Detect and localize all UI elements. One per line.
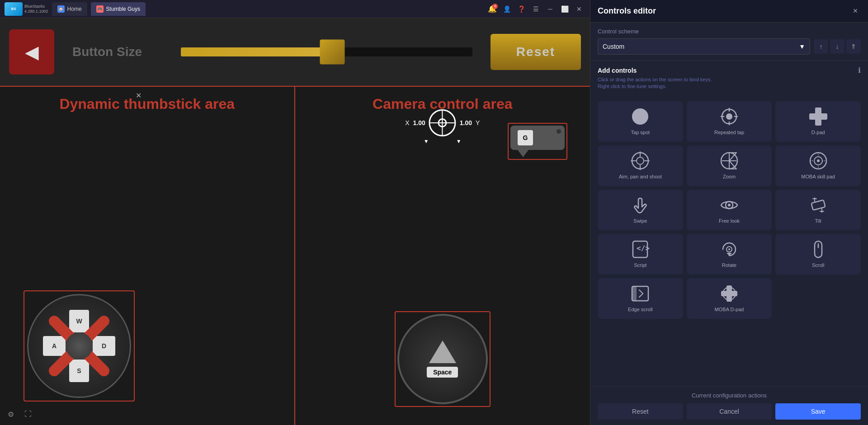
scheme-upload-button[interactable]: ↑ <box>814 39 828 54</box>
space-key-container: Space <box>427 341 458 378</box>
panel-footer: Current configuration actions Reset Canc… <box>590 386 868 425</box>
footer-title: Current configuration actions <box>598 392 861 399</box>
minimize-button[interactable]: ─ <box>544 3 557 15</box>
close-button[interactable]: ✕ <box>573 3 585 15</box>
restore-button[interactable]: ⬜ <box>558 3 571 15</box>
control-scheme-label: Control scheme <box>598 28 861 35</box>
add-controls-header: Add controls ℹ <box>598 66 861 75</box>
panel-close-button[interactable]: × <box>850 6 861 17</box>
g-button-inner: G <box>510 126 565 150</box>
control-script[interactable]: </> Script <box>598 234 683 275</box>
control-tilt[interactable]: Tilt <box>775 190 861 230</box>
moba-dpad-svg <box>719 284 739 304</box>
svg-point-3 <box>726 113 732 120</box>
aim-pan-shoot-icon <box>630 151 650 171</box>
scheme-download-button[interactable]: ↓ <box>830 39 844 54</box>
tilt-icon <box>808 195 828 215</box>
svg-line-42 <box>639 290 643 294</box>
expand-icon[interactable]: ⛶ <box>22 408 34 420</box>
settings-icon[interactable]: ⚙ <box>5 408 17 420</box>
add-controls-section: Add controls ℹ Click or drag the actions… <box>590 61 868 101</box>
logo-icon: BS <box>5 2 23 16</box>
svg-point-27 <box>728 204 731 206</box>
x-value: 1.00 <box>413 119 425 126</box>
y-arrow-down: ▼ <box>456 138 462 145</box>
title-bar: BS BlueStacks 4.280.1.1002 🏠 Home 🎮 Stum… <box>0 0 590 18</box>
control-zoom[interactable]: Zoom <box>687 145 772 186</box>
control-moba-skill-pad[interactable]: MOBA skill pad <box>775 145 861 186</box>
dpad-control[interactable]: W S A D <box>27 294 131 398</box>
edge-scroll-label: Edge scroll <box>628 306 652 313</box>
g-button-selection: G <box>508 123 567 160</box>
scheme-share-button[interactable]: ⇑ <box>846 39 861 54</box>
account-button[interactable]: 👤 <box>500 3 513 15</box>
control-dpad[interactable]: D-pad <box>775 101 861 142</box>
free-look-icon <box>719 195 739 215</box>
footer-actions: Reset Cancel Save <box>598 403 861 420</box>
tab-stumble-guys[interactable]: 🎮 Stumble Guys <box>91 2 146 16</box>
tilt-label: Tilt <box>815 218 821 224</box>
dpad-delete-icon[interactable]: ✕ <box>136 91 290 285</box>
titlebar-actions: 🔔 4 👤 ❓ ☰ ─ ⬜ ✕ <box>486 3 585 15</box>
space-widget[interactable]: Space <box>395 311 491 407</box>
panel-header: Controls editor × <box>590 0 868 23</box>
slider-thumb[interactable] <box>320 40 345 65</box>
freelook-svg <box>719 195 739 215</box>
script-svg: </> <box>630 239 650 259</box>
scroll-svg <box>808 239 828 259</box>
swipe-label: Swipe <box>633 218 647 224</box>
control-edge-scroll[interactable]: Edge scroll <box>598 278 683 319</box>
control-tap-spot[interactable]: Tap spot <box>598 101 683 142</box>
zoom-label: Zoom <box>723 173 736 180</box>
button-size-section: Button Size <box>63 38 481 65</box>
back-icon: ◀ <box>25 42 39 62</box>
repeated-tap-icon <box>719 107 739 126</box>
help-button[interactable]: ❓ <box>515 3 528 15</box>
control-rotate[interactable]: Rotate <box>687 234 772 275</box>
g-button-widget[interactable]: G <box>508 123 567 160</box>
stumble-guys-tab-icon: 🎮 <box>96 5 104 13</box>
right-panel: Controls editor × Control scheme Custom … <box>590 0 868 425</box>
space-outer-circle: Space <box>397 314 488 404</box>
dpad-icon-svg <box>808 107 828 126</box>
notification-button[interactable]: 🔔 4 <box>486 3 499 15</box>
notification-badge: 4 <box>492 4 498 9</box>
scheme-dropdown[interactable]: Custom ▼ <box>598 38 810 55</box>
zoom-svg <box>719 151 739 171</box>
add-controls-info-icon[interactable]: ℹ <box>858 66 861 75</box>
edge-scroll-icon <box>630 284 650 304</box>
moba-svg <box>808 151 828 171</box>
footer-save-button[interactable]: Save <box>775 403 861 420</box>
scheme-actions: ↑ ↓ ⇑ <box>814 39 861 54</box>
menu-button[interactable]: ☰ <box>529 3 542 15</box>
control-scheme-section: Control scheme Custom ▼ ↑ ↓ ⇑ <box>590 23 868 61</box>
dropdown-chevron-icon: ▼ <box>799 43 805 50</box>
reset-button[interactable]: Reset <box>491 34 581 70</box>
control-scroll[interactable]: Scroll <box>775 234 861 275</box>
svg-point-21 <box>817 159 820 162</box>
svg-rect-28 <box>811 200 825 210</box>
slider-fill <box>181 47 341 56</box>
logo-text: BlueStacks 4.280.1.1002 <box>24 4 48 14</box>
x-arrow-down: ▼ <box>424 138 429 145</box>
g-button-key: G <box>518 130 533 145</box>
footer-reset-button[interactable]: Reset <box>598 403 683 420</box>
crosshair-inner <box>438 118 447 127</box>
y-value: 1.00 <box>460 119 472 126</box>
control-aim-pan-shoot[interactable]: Aim, pan and shoot <box>598 145 683 186</box>
add-controls-title: Add controls <box>598 67 637 74</box>
back-button[interactable]: ◀ <box>9 29 54 75</box>
rotate-icon <box>719 239 739 259</box>
control-repeated-tap[interactable]: Repeated tap <box>687 101 772 142</box>
control-swipe[interactable]: Swipe <box>598 190 683 230</box>
dpad-outer-circle: W S A D <box>27 294 131 398</box>
y-label: Y <box>476 119 480 126</box>
control-free-look[interactable]: Free look <box>687 190 772 230</box>
control-moba-dpad[interactable]: MOBA D-pad <box>687 278 772 319</box>
g-button-dot <box>557 129 561 134</box>
button-size-slider[interactable] <box>181 38 472 65</box>
crosshair-widget[interactable]: X 1.00 1.00 Y ▼ ▼ <box>405 109 480 145</box>
svg-text:</>: </> <box>637 244 650 252</box>
footer-cancel-button[interactable]: Cancel <box>687 403 772 420</box>
tab-home[interactable]: 🏠 Home <box>52 2 87 16</box>
